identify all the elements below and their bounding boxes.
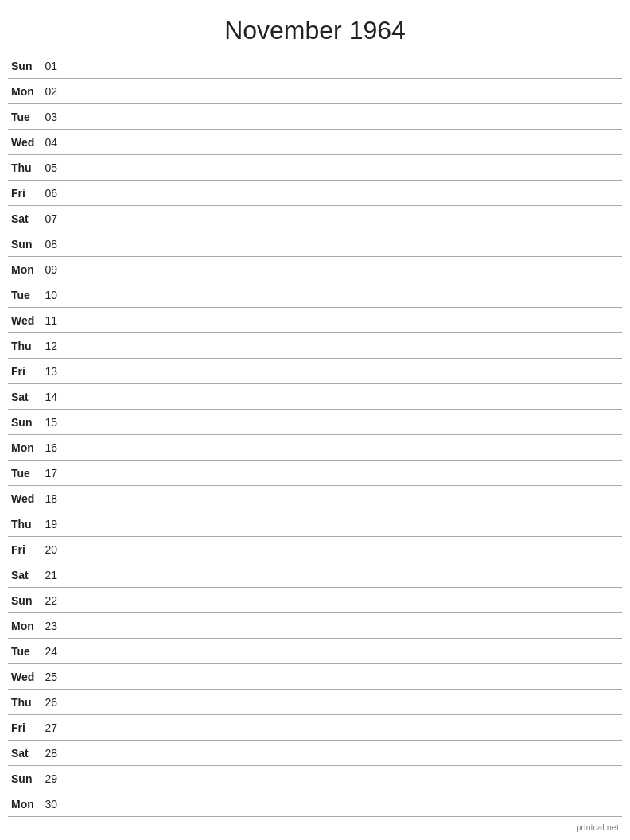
- day-number: 24: [40, 645, 62, 658]
- day-line: [62, 651, 622, 651]
- day-name: Tue: [8, 645, 40, 658]
- calendar-row: Sun22: [8, 588, 622, 613]
- day-line: [62, 778, 622, 779]
- calendar-row: Wed11: [8, 308, 622, 333]
- day-name: Wed: [8, 314, 40, 327]
- day-line: [62, 396, 622, 397]
- day-line: [62, 498, 622, 499]
- day-line: [62, 549, 622, 550]
- day-number: 11: [40, 314, 62, 327]
- day-number: 27: [40, 721, 62, 734]
- day-name: Sat: [8, 569, 40, 581]
- day-line: [62, 269, 622, 270]
- day-line: [62, 625, 622, 626]
- calendar-row: Tue03: [8, 104, 622, 130]
- day-name: Tue: [8, 111, 40, 123]
- calendar-row: Mon23: [8, 613, 622, 639]
- calendar-row: Mon02: [8, 79, 622, 104]
- calendar-row: Fri27: [8, 715, 622, 741]
- day-number: 20: [40, 543, 62, 556]
- calendar-row: Mon09: [8, 257, 622, 282]
- day-number: 10: [40, 289, 62, 301]
- day-name: Fri: [8, 365, 40, 378]
- day-number: 05: [40, 161, 62, 174]
- day-name: Mon: [8, 798, 40, 811]
- day-name: Sun: [8, 416, 40, 429]
- day-line: [62, 752, 622, 753]
- day-number: 16: [40, 441, 62, 454]
- day-number: 09: [40, 263, 62, 276]
- day-number: 15: [40, 416, 62, 429]
- calendar-row: Sat28: [8, 741, 622, 766]
- calendar-row: Mon30: [8, 791, 622, 817]
- day-line: [62, 91, 622, 91]
- calendar-row: Thu12: [8, 333, 622, 359]
- day-line: [62, 803, 622, 804]
- day-line: [62, 600, 622, 601]
- calendar-row: Thu26: [8, 690, 622, 715]
- calendar-row: Tue24: [8, 639, 622, 664]
- day-line: [62, 320, 622, 321]
- day-number: 18: [40, 492, 62, 505]
- day-line: [62, 472, 622, 473]
- day-number: 25: [40, 671, 62, 683]
- day-name: Sat: [8, 391, 40, 403]
- day-name: Tue: [8, 289, 40, 301]
- day-number: 19: [40, 518, 62, 531]
- day-line: [62, 142, 622, 142]
- day-number: 01: [40, 60, 62, 72]
- day-line: [62, 574, 622, 575]
- day-line: [62, 243, 622, 244]
- calendar-row: Fri06: [8, 181, 622, 206]
- calendar-row: Mon16: [8, 435, 622, 461]
- day-name: Sat: [8, 212, 40, 225]
- day-name: Mon: [8, 85, 40, 98]
- calendar-row: Sat21: [8, 562, 622, 588]
- day-number: 29: [40, 772, 62, 785]
- calendar-row: Fri13: [8, 359, 622, 384]
- day-name: Wed: [8, 492, 40, 505]
- calendar-row: Sun08: [8, 231, 622, 257]
- day-name: Fri: [8, 543, 40, 556]
- day-name: Thu: [8, 518, 40, 531]
- calendar-row: Wed18: [8, 486, 622, 511]
- day-number: 22: [40, 594, 62, 607]
- day-name: Sun: [8, 772, 40, 785]
- day-line: [62, 676, 622, 677]
- calendar-row: Thu05: [8, 155, 622, 181]
- day-name: Wed: [8, 671, 40, 683]
- day-name: Fri: [8, 721, 40, 734]
- day-number: 14: [40, 391, 62, 403]
- day-number: 17: [40, 467, 62, 480]
- calendar-row: Wed04: [8, 130, 622, 155]
- day-name: Thu: [8, 161, 40, 174]
- day-line: [62, 192, 622, 193]
- day-line: [62, 447, 622, 448]
- calendar-row: Sun29: [8, 766, 622, 791]
- day-line: [62, 65, 622, 66]
- calendar-row: Sat07: [8, 206, 622, 231]
- day-line: [62, 422, 622, 422]
- calendar-row: Fri20: [8, 537, 622, 562]
- calendar-row: Sun01: [8, 53, 622, 79]
- day-number: 26: [40, 696, 62, 709]
- calendar-row: Sat14: [8, 384, 622, 410]
- day-number: 13: [40, 365, 62, 378]
- day-line: [62, 294, 622, 295]
- calendar-row: Wed25: [8, 664, 622, 690]
- day-name: Mon: [8, 263, 40, 276]
- day-number: 04: [40, 136, 62, 149]
- day-name: Wed: [8, 136, 40, 149]
- calendar-row: Tue10: [8, 282, 622, 308]
- day-number: 23: [40, 620, 62, 632]
- calendar-row: Sun15: [8, 410, 622, 435]
- day-name: Tue: [8, 467, 40, 480]
- day-number: 08: [40, 238, 62, 251]
- day-number: 06: [40, 187, 62, 200]
- day-line: [62, 702, 622, 702]
- day-name: Mon: [8, 441, 40, 454]
- day-number: 03: [40, 111, 62, 123]
- day-name: Sun: [8, 594, 40, 607]
- calendar-row: Thu19: [8, 511, 622, 537]
- day-number: 12: [40, 340, 62, 352]
